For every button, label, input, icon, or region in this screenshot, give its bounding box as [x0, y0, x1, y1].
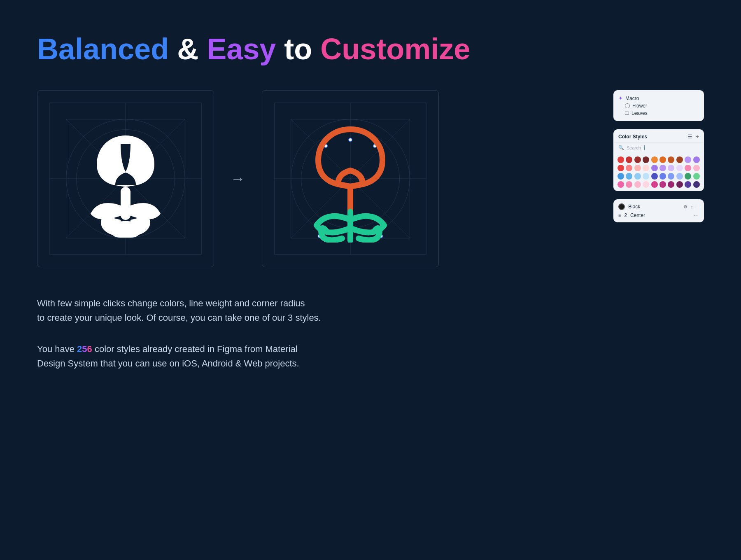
number-6: 6	[87, 344, 92, 354]
color-dot[interactable]	[618, 165, 624, 171]
color-dot[interactable]	[668, 181, 674, 188]
rect-icon	[625, 112, 629, 115]
tree-item-leaves[interactable]: Leaves	[618, 110, 699, 117]
color-dot[interactable]	[693, 181, 700, 188]
color-styles-title: Color Styles	[618, 134, 647, 140]
stroke-number: 2	[624, 212, 627, 218]
asterisk-icon: ✦	[618, 95, 623, 101]
color-dot[interactable]	[676, 156, 683, 163]
fill-color-label: Black	[628, 204, 680, 210]
tree-label-leaves: Leaves	[631, 110, 648, 116]
plus-icon[interactable]: +	[696, 133, 699, 140]
color-styles-header: Color Styles ☰ +	[613, 129, 704, 142]
fill-panel: Black ⚙ ↕ − ≡ 2 Center ···	[613, 199, 704, 222]
color-dot[interactable]	[618, 156, 624, 163]
color-dot[interactable]	[618, 173, 624, 180]
bottom-text: With few simple clicks change colors, li…	[37, 296, 383, 371]
color-dot[interactable]	[626, 156, 632, 163]
color-dot[interactable]	[659, 173, 666, 180]
color-dots-grid	[613, 153, 704, 191]
colored-flower-svg	[289, 115, 412, 243]
search-placeholder: Search	[627, 145, 641, 150]
fill-action-icons: ⚙ ↕ −	[683, 204, 699, 210]
color-dot[interactable]	[685, 173, 691, 180]
fill-row: Black ⚙ ↕ −	[618, 203, 699, 210]
content-row: →	[37, 90, 704, 267]
color-dot[interactable]	[626, 173, 632, 180]
color-styles-panel: Color Styles ☰ + 🔍 Search	[613, 129, 704, 191]
color-dot[interactable]	[668, 165, 674, 171]
fill-color-circle[interactable]	[618, 203, 625, 210]
color-dot[interactable]	[659, 181, 666, 188]
icon-panels-group: →	[37, 90, 589, 267]
fill-minus-icon[interactable]: −	[697, 204, 699, 209]
color-dot[interactable]	[643, 173, 649, 180]
description-text-1: With few simple clicks change colors, li…	[37, 296, 383, 325]
header-icons: ☰ +	[687, 133, 699, 140]
color-dot[interactable]	[676, 181, 683, 188]
color-dot[interactable]	[618, 181, 624, 188]
color-dot[interactable]	[676, 165, 683, 171]
color-dot[interactable]	[685, 165, 691, 171]
sidebar-panels: ✦ Macro Flower Leaves Color Styles ☰	[613, 90, 704, 222]
component-tree-panel: ✦ Macro Flower Leaves	[613, 90, 704, 121]
tree-label-flower: Flower	[632, 103, 647, 109]
title-part-customize: Customize	[320, 33, 470, 65]
color-dot[interactable]	[643, 156, 649, 163]
fill-adjust-icon[interactable]: ⚙	[683, 204, 687, 210]
color-dot[interactable]	[626, 165, 632, 171]
color-dot[interactable]	[634, 173, 641, 180]
page-container: Balanced & Easy to Customize	[0, 0, 741, 404]
circle-icon	[625, 103, 630, 108]
title-part-easy: Easy	[207, 33, 276, 65]
title-part-and: &	[177, 33, 207, 65]
tree-item-flower[interactable]: Flower	[618, 102, 699, 110]
tree-label-macro: Macro	[625, 96, 639, 101]
stroke-more-icon[interactable]: ···	[694, 212, 699, 218]
description-text-2: You have 256 color styles already create…	[37, 342, 383, 371]
color-dot[interactable]	[685, 181, 691, 188]
color-dot[interactable]	[693, 156, 700, 163]
colored-flower-panel	[262, 90, 439, 267]
color-search-bar[interactable]: 🔍 Search	[613, 142, 704, 153]
title-part-to: to	[284, 33, 320, 65]
arrow-icon: →	[231, 170, 245, 187]
color-dot[interactable]	[693, 165, 700, 171]
color-dot[interactable]	[651, 173, 658, 180]
tree-item-macro[interactable]: ✦ Macro	[618, 94, 699, 102]
color-dot[interactable]	[634, 181, 641, 188]
color-dot[interactable]	[634, 165, 641, 171]
color-dot[interactable]	[676, 173, 683, 180]
color-dot[interactable]	[693, 173, 700, 180]
color-dot[interactable]	[668, 156, 674, 163]
fill-style-icon[interactable]: ↕	[691, 204, 693, 209]
color-dot[interactable]	[643, 165, 649, 171]
number-5: 5	[82, 344, 87, 354]
color-dot[interactable]	[651, 156, 658, 163]
color-dot[interactable]	[634, 156, 641, 163]
search-cursor	[644, 145, 645, 150]
number-2: 2	[77, 344, 82, 354]
white-flower-svg	[68, 119, 183, 238]
color-dot[interactable]	[651, 165, 658, 171]
search-icon: 🔍	[618, 145, 624, 150]
color-dot[interactable]	[643, 181, 649, 188]
main-title: Balanced & Easy to Customize	[37, 33, 704, 65]
white-flower-panel	[37, 90, 214, 267]
stroke-label: Center	[630, 212, 690, 218]
title-part-balanced: Balanced	[37, 33, 169, 65]
color-dot[interactable]	[685, 156, 691, 163]
color-dot[interactable]	[659, 165, 666, 171]
stroke-row: ≡ 2 Center ···	[618, 212, 699, 218]
stroke-lines-icon: ≡	[618, 213, 621, 218]
color-dot[interactable]	[651, 181, 658, 188]
color-dot[interactable]	[668, 173, 674, 180]
svg-rect-8	[121, 187, 130, 220]
color-dot[interactable]	[659, 156, 666, 163]
list-icon[interactable]: ☰	[687, 133, 692, 140]
color-dot[interactable]	[626, 181, 632, 188]
